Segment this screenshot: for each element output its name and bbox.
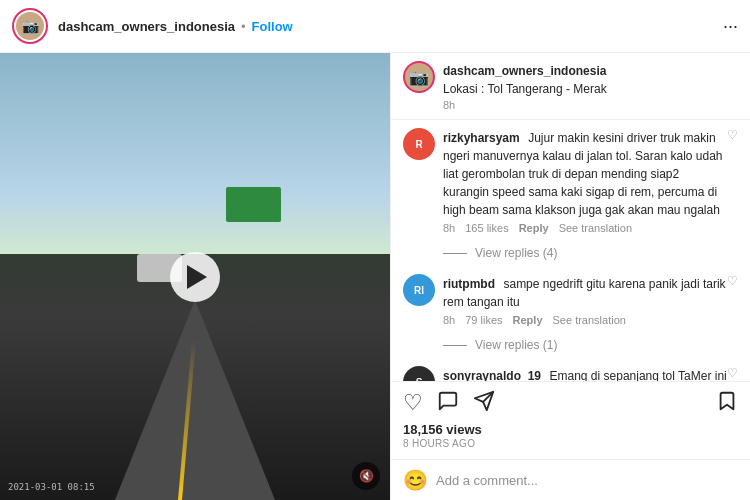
comment-body-1: rizkyharsyam Jujur makin kesini driver t… — [443, 128, 727, 234]
view-replies-label-2[interactable]: View replies (1) — [475, 338, 557, 352]
follow-button[interactable]: Follow — [252, 19, 293, 34]
comment-meta-2: 8h 79 likes Reply See translation — [443, 314, 727, 326]
comment-body-3: sonyraynaldo_19 Emang di sepanjang tol T… — [443, 366, 727, 381]
like-icon[interactable]: ♡ — [403, 392, 423, 414]
comment-username-2[interactable]: riutpmbd — [443, 277, 495, 291]
heart-icon-1[interactable]: ♡ — [727, 128, 738, 234]
comments-panel: 📷 dashcam_owners_indonesia Lokasi : Tol … — [390, 53, 750, 500]
caption-avatar[interactable]: 📷 — [403, 61, 435, 93]
comment-time-1: 8h — [443, 222, 455, 234]
reply-button-2[interactable]: Reply — [513, 314, 543, 326]
caption-row: 📷 dashcam_owners_indonesia Lokasi : Tol … — [391, 53, 750, 120]
caption-username[interactable]: dashcam_owners_indonesia — [443, 64, 606, 78]
play-triangle-icon — [187, 265, 207, 289]
heart-icon-3[interactable]: ♡ — [727, 366, 738, 381]
comment-item-3: S sonyraynaldo_19 Emang di sepanjang tol… — [391, 358, 750, 381]
comment-meta-1: 8h 165 likes Reply See translation — [443, 222, 727, 234]
video-background: 🔇 2021-03-01 08:15 — [0, 53, 390, 500]
avatar-inner: 📷 — [16, 12, 44, 40]
comment-likes-1: 165 likes — [465, 222, 508, 234]
dot-separator: • — [241, 19, 246, 34]
comment-body-2: riutpmbd sampe ngedrift gitu karena pani… — [443, 274, 727, 326]
translate-link-2[interactable]: See translation — [553, 314, 626, 326]
comments-scroll[interactable]: R rizkyharsyam Jujur makin kesini driver… — [391, 120, 750, 381]
add-comment-row: 😊 — [391, 459, 750, 500]
bookmark-icon[interactable] — [716, 390, 738, 416]
caption-avatar-icon: 📷 — [409, 68, 429, 87]
volume-icon: 🔇 — [359, 469, 374, 483]
comment-item: R rizkyharsyam Jujur makin kesini driver… — [391, 120, 750, 242]
more-button[interactable]: ··· — [723, 17, 738, 35]
caption-text: Lokasi : Tol Tangerang - Merak — [443, 82, 607, 96]
share-icon[interactable] — [473, 390, 495, 416]
caption-text-wrap: dashcam_owners_indonesia Lokasi : Tol Ta… — [443, 61, 738, 111]
comment-time-2: 8h — [443, 314, 455, 326]
video-panel: 🔇 2021-03-01 08:15 — [0, 53, 390, 500]
action-icons: ♡ — [403, 390, 738, 416]
comment-avatar-3[interactable]: S — [403, 366, 435, 381]
comment-input[interactable] — [436, 473, 738, 488]
comment-avatar-2[interactable]: RI — [403, 274, 435, 306]
comment-icon[interactable] — [437, 390, 459, 416]
emoji-button[interactable]: 😊 — [403, 468, 428, 492]
header-username[interactable]: dashcam_owners_indonesia — [58, 19, 235, 34]
sky-bg — [0, 53, 390, 254]
translate-link-1[interactable]: See translation — [559, 222, 632, 234]
heart-icon-2[interactable]: ♡ — [727, 274, 738, 326]
post-header: 📷 dashcam_owners_indonesia • Follow ··· — [0, 0, 750, 53]
comment-avatar-1[interactable]: R — [403, 128, 435, 160]
replies-line-2 — [443, 345, 467, 346]
replies-line-1 — [443, 253, 467, 254]
post-time: 8 HOURS AGO — [403, 438, 738, 449]
view-replies-label-1[interactable]: View replies (4) — [475, 246, 557, 260]
views-count: 18,156 views — [403, 422, 738, 437]
view-replies-1[interactable]: View replies (4) — [391, 242, 750, 266]
video-timestamp: 2021-03-01 08:15 — [8, 482, 95, 492]
actions-bar: ♡ 18,156 views — [391, 381, 750, 459]
play-button[interactable] — [170, 252, 220, 302]
truck-shape — [226, 187, 281, 222]
comment-likes-2: 79 likes — [465, 314, 502, 326]
comment-item-2: RI riutpmbd sampe ngedrift gitu karena p… — [391, 266, 750, 334]
volume-button[interactable]: 🔇 — [352, 462, 380, 490]
content-area: 🔇 2021-03-01 08:15 📷 dashcam_owners_indo… — [0, 53, 750, 500]
caption-time: 8h — [443, 99, 738, 111]
comment-username-1[interactable]: rizkyharsyam — [443, 131, 520, 145]
road-line — [115, 300, 275, 500]
view-replies-2[interactable]: View replies (1) — [391, 334, 750, 358]
reply-button-1[interactable]: Reply — [519, 222, 549, 234]
camera-icon: 📷 — [22, 18, 39, 34]
header-avatar[interactable]: 📷 — [12, 8, 48, 44]
comment-username-3[interactable]: sonyraynaldo_19 — [443, 369, 541, 381]
